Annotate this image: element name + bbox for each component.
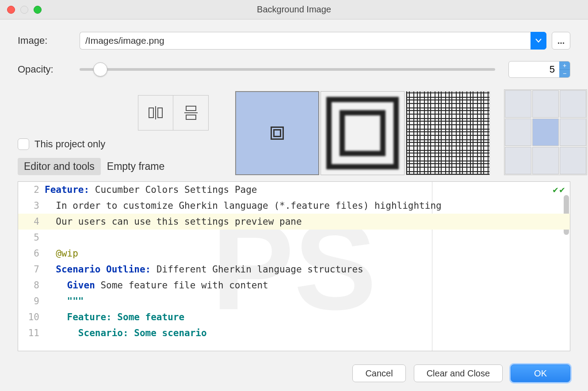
editor-line: 6 @wip: [18, 245, 570, 261]
opacity-label: Opacity:: [18, 64, 80, 75]
window-title: Background Image: [0, 4, 588, 15]
editor-line: 10 Feature: Some feature: [18, 309, 570, 325]
opacity-step-up[interactable]: +: [559, 61, 570, 70]
flip-horizontal-button[interactable]: [138, 95, 173, 130]
svg-rect-4: [186, 115, 196, 119]
project-only-checkbox[interactable]: [18, 138, 29, 150]
anchor-grid: [504, 89, 587, 175]
scale-icon: [326, 97, 399, 169]
project-only-label: This project only: [34, 138, 105, 150]
editor-line: 7 Scenario Outline: Different Gherkin la…: [18, 261, 570, 277]
anchor-middle-left[interactable]: [505, 119, 531, 146]
close-window-button[interactable]: [7, 6, 15, 14]
editor-line: 3 In order to customize Gherkin language…: [18, 198, 570, 214]
anchor-bottom-right[interactable]: [560, 147, 586, 174]
anchor-middle-center[interactable]: [532, 119, 559, 146]
minimize-window-button[interactable]: [20, 6, 28, 14]
chevron-down-icon: [535, 38, 542, 43]
editor-line: 11 Scenario: Some scenario: [18, 325, 570, 341]
placement-plain[interactable]: [235, 91, 319, 175]
editor-line: 9 """: [18, 293, 570, 309]
svg-rect-1: [158, 108, 162, 118]
anchor-bottom-center[interactable]: [532, 147, 559, 174]
editor-line: 5: [18, 230, 570, 245]
anchor-middle-right[interactable]: [560, 119, 586, 146]
image-path-dropdown[interactable]: [531, 32, 546, 50]
slider-thumb[interactable]: [93, 62, 107, 77]
cancel-button[interactable]: Cancel: [352, 364, 405, 382]
editor-preview: PS ✔✔ 2Feature: Cucumber Colors Settings…: [18, 181, 570, 351]
titlebar: Background Image: [0, 0, 588, 19]
opacity-value-field[interactable]: 5 + −: [508, 61, 570, 78]
placement-scale[interactable]: [321, 91, 405, 175]
tab-empty-frame[interactable]: Empty frame: [101, 158, 171, 175]
opacity-slider[interactable]: [80, 61, 495, 77]
placement-tile[interactable]: [406, 91, 490, 175]
editor-line: 2Feature: Cucumber Colors Settings Page: [18, 182, 570, 198]
svg-rect-3: [186, 106, 196, 111]
editor-line: 8 Given Some feature file with content: [18, 277, 570, 293]
clear-and-close-button[interactable]: Clear and Close: [414, 364, 503, 382]
opacity-step-down[interactable]: −: [559, 70, 570, 78]
zoom-window-button[interactable]: [34, 6, 42, 14]
browse-button[interactable]: ...: [552, 32, 570, 50]
svg-rect-0: [149, 108, 153, 118]
flip-horizontal-icon: [148, 106, 163, 119]
flip-vertical-button[interactable]: [173, 95, 209, 130]
anchor-top-right[interactable]: [560, 90, 586, 118]
square-icon: [271, 126, 284, 140]
ok-button[interactable]: OK: [511, 364, 570, 382]
anchor-top-left[interactable]: [505, 90, 531, 118]
flip-vertical-icon: [184, 105, 198, 120]
anchor-top-center[interactable]: [532, 90, 559, 118]
editor-line: 4 Our users can use this settings previe…: [18, 214, 570, 230]
opacity-value: 5: [509, 64, 559, 75]
image-path-input[interactable]: [80, 32, 531, 50]
tab-editor-and-tools[interactable]: Editor and tools: [18, 158, 101, 175]
image-label: Image:: [18, 35, 80, 46]
anchor-bottom-left[interactable]: [505, 147, 531, 174]
